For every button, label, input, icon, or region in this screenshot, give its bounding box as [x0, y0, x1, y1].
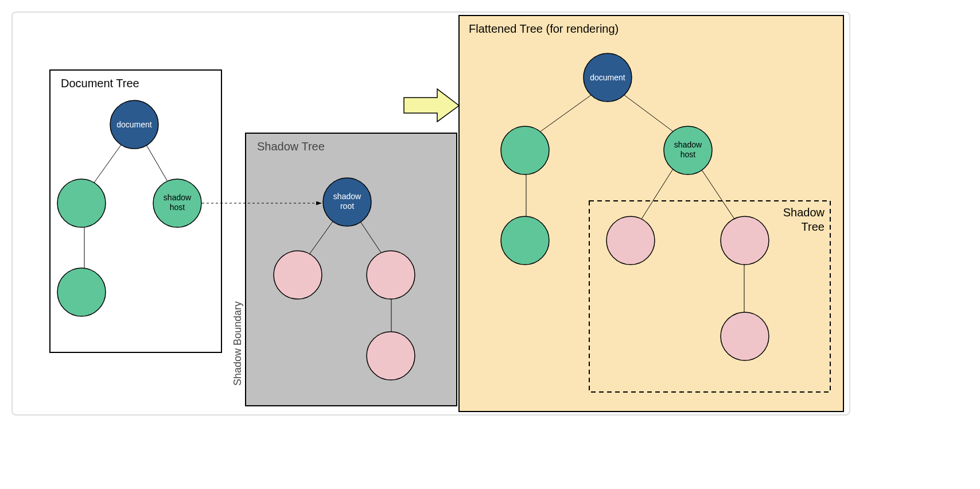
flat-shadow-host-label-1: shadow — [674, 140, 702, 149]
pink-node-3 — [367, 332, 415, 380]
inner-shadow-tree-label-1: Shadow — [783, 206, 825, 219]
flat-pink-node — [606, 216, 655, 265]
flat-green-node-2 — [501, 216, 549, 265]
pink-node-2 — [367, 251, 415, 299]
flattened-tree-title: Flattened Tree (for rendering) — [469, 22, 619, 35]
shadow-host-label-2: host — [170, 203, 185, 212]
document-tree-title: Document Tree — [61, 77, 139, 90]
shadow-root-label-1: shadow — [333, 192, 361, 201]
flat-pink-node-3 — [721, 312, 769, 360]
green-node-2 — [57, 268, 106, 316]
shadow-boundary-label: Shadow Boundary — [232, 301, 243, 386]
shadow-root-label-2: root — [340, 201, 354, 211]
flat-shadow-host-label-2: host — [680, 150, 696, 159]
pink-node — [274, 251, 322, 299]
flat-pink-node-2 — [721, 216, 769, 265]
shadow-tree-title: Shadow Tree — [257, 140, 325, 153]
shadow-host-label-1: shadow — [164, 193, 192, 202]
document-node-label: document — [116, 120, 152, 129]
diagram-container: Flattened Tree (for rendering) Shadow Tr… — [11, 11, 850, 416]
green-node — [57, 179, 106, 227]
flat-document-label: document — [590, 73, 625, 82]
transform-arrow-icon — [404, 89, 459, 122]
inner-shadow-tree-label-2: Tree — [802, 220, 825, 233]
flat-green-node — [501, 126, 549, 174]
diagram-svg: Flattened Tree (for rendering) Shadow Tr… — [13, 13, 849, 414]
